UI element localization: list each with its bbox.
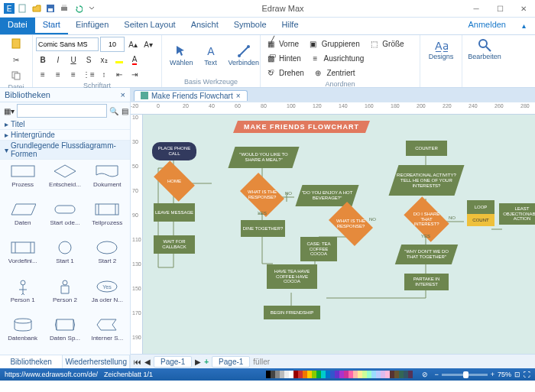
font-family-select[interactable] xyxy=(36,37,99,51)
size-icon[interactable]: ⬚ xyxy=(367,37,381,50)
page-tab[interactable]: Page-1 xyxy=(154,356,192,368)
shape-search-input[interactable] xyxy=(17,104,107,118)
sidebar-close-icon[interactable]: × xyxy=(121,90,125,99)
qat-save-icon[interactable] xyxy=(44,2,57,15)
cut-icon[interactable]: ✂ xyxy=(9,53,23,66)
zoom-out-button[interactable]: − xyxy=(434,371,438,378)
underline-button[interactable]: U xyxy=(66,53,80,66)
font-grow-icon[interactable]: A▴ xyxy=(126,37,140,51)
node-begin-friendship[interactable]: BEGIN FRIENDSHIP xyxy=(264,306,320,319)
app-menu-icon[interactable]: E xyxy=(3,2,15,15)
tab-symbols[interactable]: Symbole xyxy=(226,18,274,34)
signin-link[interactable]: Anmelden xyxy=(462,18,512,34)
bring-front-icon[interactable]: ▦ xyxy=(264,37,277,50)
zoom-in-button[interactable]: + xyxy=(491,371,494,378)
send-back-icon[interactable]: ▩ xyxy=(264,51,277,65)
qat-undo-icon[interactable] xyxy=(72,2,84,15)
highlight-button[interactable] xyxy=(112,53,126,66)
shape-0[interactable]: Prozess xyxy=(2,161,44,199)
edit-button[interactable]: Bearbeiten xyxy=(465,37,504,62)
qat-open-icon[interactable] xyxy=(31,2,43,15)
align-icon[interactable]: ≡ xyxy=(308,51,322,65)
align-right-icon[interactable]: ≡ xyxy=(66,67,80,81)
font-color-button[interactable]: A xyxy=(128,53,141,66)
library-menu-icon[interactable]: ▦▾ xyxy=(3,104,15,118)
node-share-meal[interactable]: "WOULD YOU LIKE TO SHARE A MEAL?" xyxy=(228,147,299,168)
tab-insert[interactable]: Einfügen xyxy=(68,18,116,34)
accordion-title[interactable]: ▸ Titel xyxy=(0,119,130,130)
bold-button[interactable]: B xyxy=(36,53,50,66)
node-count[interactable]: COUNT xyxy=(467,214,494,226)
fit-page-icon[interactable]: ⊡ xyxy=(514,371,520,378)
tab-start[interactable]: Start xyxy=(35,18,68,34)
font-shrink-icon[interactable]: A▾ xyxy=(141,37,155,51)
connector-tool[interactable]: Verbinden xyxy=(224,43,264,68)
paste-icon[interactable] xyxy=(9,37,23,50)
add-page-button[interactable]: + xyxy=(204,358,209,366)
rotate-icon[interactable]: ↻ xyxy=(264,66,277,79)
qat-print-icon[interactable] xyxy=(58,2,70,15)
maximize-button[interactable]: ☐ xyxy=(488,1,511,16)
designs-button[interactable]: A̲a̲Designs xyxy=(423,37,459,62)
indent-left-icon[interactable]: ⇤ xyxy=(112,67,126,81)
node-leave-message[interactable]: LEAVE MESSAGE xyxy=(154,203,195,222)
page-nav-first[interactable]: ⏮ xyxy=(134,358,141,366)
shape-8[interactable]: Start 2 xyxy=(86,238,128,276)
shape-7[interactable]: Start 1 xyxy=(44,238,86,276)
node-least-objectionable[interactable]: LEAST OBJECTIONABLE ACTION xyxy=(499,203,535,225)
shape-12[interactable]: Datenbank xyxy=(2,315,44,353)
node-recreational[interactable]: RECREATIONAL ACTIVITY? TELL HE ONE OF YO… xyxy=(389,165,465,196)
tab-view[interactable]: Ansicht xyxy=(183,18,226,34)
shape-2[interactable]: Dokument xyxy=(86,161,128,199)
zoom-slider[interactable] xyxy=(442,374,488,376)
shape-11[interactable]: YesJa oder N... xyxy=(86,277,128,315)
fullscreen-icon[interactable]: ⛶ xyxy=(524,371,530,378)
tab-page-layout[interactable]: Seiten Layout xyxy=(116,18,183,34)
text-tool[interactable]: AText xyxy=(199,43,222,68)
node-partake[interactable]: PARTAKE IN INTEREST xyxy=(404,274,449,290)
node-wait-callback[interactable]: WAIT FOR CALLBACK xyxy=(154,235,195,254)
accordion-backgrounds[interactable]: ▸ Hintergründe xyxy=(0,130,130,141)
shape-9[interactable]: Person 1 xyxy=(2,277,44,315)
sidebar-tab-recovery[interactable]: Wiederherstellung xyxy=(63,355,130,368)
shape-5[interactable]: Teilprozess xyxy=(86,199,128,238)
document-tab[interactable]: Make Friends Flowchart× xyxy=(134,90,248,101)
search-icon[interactable]: 🔍 xyxy=(109,104,119,118)
italic-button[interactable]: I xyxy=(51,53,65,66)
node-dine-together[interactable]: DINE TOGETHER? xyxy=(241,220,285,237)
qat-new-icon[interactable] xyxy=(17,2,29,15)
center-icon[interactable]: ⊕ xyxy=(311,66,325,79)
font-size-select[interactable] xyxy=(100,37,125,52)
ribbon-collapse-icon[interactable]: ▴ xyxy=(512,18,535,33)
page-nav-next[interactable]: ▶ xyxy=(195,358,201,366)
page-tab-2[interactable]: Page-1 xyxy=(212,356,250,368)
page-nav-prev[interactable]: ◀ xyxy=(144,358,151,366)
shape-6[interactable]: Vordefini... xyxy=(2,238,44,276)
node-start[interactable]: PLACE PHONE CALL xyxy=(152,142,196,160)
select-tool[interactable]: Wählen xyxy=(165,43,198,68)
shape-3[interactable]: Daten xyxy=(2,199,44,238)
tab-close-icon[interactable]: × xyxy=(236,92,241,100)
align-center-icon[interactable]: ≡ xyxy=(51,67,65,81)
shape-13[interactable]: Daten Sp... xyxy=(44,315,86,353)
shape-4[interactable]: Start ode... xyxy=(44,199,86,238)
shape-10[interactable]: Person 2 xyxy=(44,277,86,315)
tab-help[interactable]: Hilfe xyxy=(274,18,306,34)
indent-right-icon[interactable]: ⇥ xyxy=(128,67,141,81)
color-strip[interactable] xyxy=(266,371,413,378)
canvas-page[interactable]: MAKE FRIENDS FLOWCHART PLACE PHONE CALL … xyxy=(143,115,535,354)
line-spacing-icon[interactable]: ↕ xyxy=(97,67,111,81)
node-why-dont-we[interactable]: "WHY DON'T WE DO THAT TOGETHER" xyxy=(395,245,458,264)
shape-1[interactable]: Entscheid... xyxy=(44,161,86,199)
bullets-icon[interactable]: ⋮≡ xyxy=(82,67,96,81)
node-hot-beverage[interactable]: "DO YOU ENJOY A HOT BEVERAGE?" xyxy=(295,185,358,206)
node-case-beverage[interactable]: CASE: TEA COFFEE COCOA xyxy=(300,237,337,261)
node-counter[interactable]: COUNTER xyxy=(406,141,447,156)
align-left-icon[interactable]: ≡ xyxy=(36,67,50,81)
group-icon[interactable]: ▣ xyxy=(306,37,320,50)
node-have-beverage[interactable]: HAVE TEA HAVE COFFEE HAVE COCOA xyxy=(267,264,317,289)
qat-dropdown-icon[interactable] xyxy=(86,2,98,15)
shape-14[interactable]: Interner S... xyxy=(86,315,128,353)
strike-button[interactable]: S xyxy=(82,53,96,66)
copy-icon[interactable] xyxy=(9,69,23,83)
